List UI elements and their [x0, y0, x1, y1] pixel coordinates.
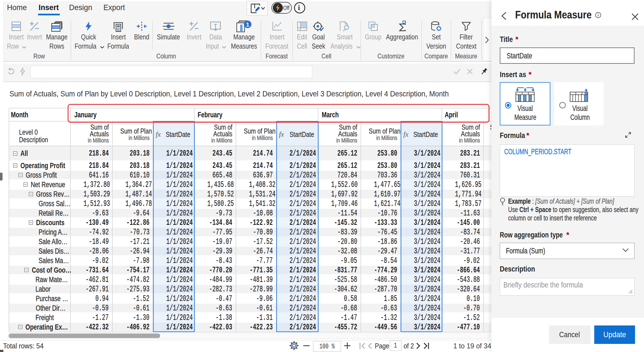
svg-text:1: 1	[246, 21, 249, 28]
